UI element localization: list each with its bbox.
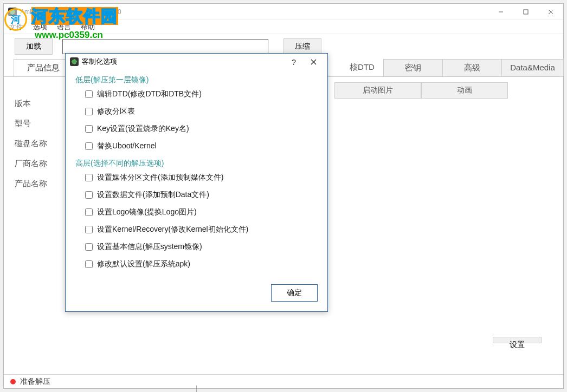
chk-label: 替换Uboot/Kernel (97, 141, 157, 151)
chk-label: 设置Logo镜像(提换Logo图片) (97, 207, 197, 217)
sub-tab-boot-image[interactable]: 启动图片 (334, 82, 421, 99)
chk-label: 设置Kernel/Recovery(修改Kernel初始化文件) (97, 225, 248, 234)
tab-kernel-dtd[interactable]: 核DTD (340, 59, 384, 76)
chk-label: 编辑DTD(修改DTD和DTB文件) (97, 89, 202, 99)
app-icon (8, 8, 17, 16)
svg-rect-1 (524, 10, 528, 14)
chk-key-settings[interactable]: Key设置(设置烧录的Key名) (85, 124, 318, 134)
titlebar: Amlogic CustomizationTool v2.0.10 (4, 4, 563, 20)
customization-dialog: 客制化选项 ? 低层(解压第一层镜像) 编辑DTD(修改DTD和DTB文件) 修… (65, 53, 328, 312)
form-labels: 版本 型号 磁盘名称 厂商名称 产品名称 (15, 99, 47, 189)
menu-language[interactable]: 语言 (57, 22, 71, 32)
checkbox[interactable] (85, 208, 93, 216)
chk-data-files[interactable]: 设置数据文件(添加预制Data文件) (85, 190, 318, 200)
checkbox[interactable] (85, 191, 93, 199)
group-low-label: 低层(解压第一层镜像) (75, 75, 318, 85)
window-title: Amlogic CustomizationTool v2.0.10 (20, 8, 121, 16)
chk-media-partition[interactable]: 设置媒体分区文件(添加预制媒体文件) (85, 173, 318, 182)
chk-edit-dtd[interactable]: 编辑DTD(修改DTD和DTB文件) (85, 89, 318, 99)
path-input[interactable] (63, 40, 268, 54)
label-model: 型号 (15, 119, 47, 129)
tab-product-info[interactable]: 产品信息 (14, 59, 73, 76)
status-bar: 准备解压 (4, 374, 563, 388)
tab-key[interactable]: 密钥 (383, 59, 443, 76)
dialog-help-button[interactable]: ? (284, 54, 304, 69)
status-indicator-icon (10, 379, 16, 384)
dialog-title: 客制化选项 (82, 57, 117, 67)
label-version: 版本 (15, 99, 47, 109)
compress-button[interactable]: 压缩 (284, 38, 321, 55)
checkbox[interactable] (85, 174, 93, 181)
path-input-wrapper (62, 39, 268, 54)
chk-label: 设置数据文件(添加预制Data文件) (97, 190, 209, 200)
maximize-button[interactable] (513, 4, 538, 20)
label-disk-name: 磁盘名称 (15, 139, 47, 149)
chk-default-settings[interactable]: 修改默认设置(解压系统apk) (85, 259, 318, 269)
dialog-titlebar: 客制化选项 ? (66, 54, 327, 70)
group-high-label: 高层(选择不同的解压选项) (75, 159, 318, 168)
checkbox[interactable] (85, 243, 93, 251)
sub-tabs: 启动图片 动画 (334, 82, 508, 99)
chk-replace-uboot[interactable]: 替换Uboot/Kernel (85, 141, 318, 151)
close-button[interactable] (538, 4, 563, 20)
chk-label: 设置基本信息(解压system镜像) (97, 242, 202, 252)
menu-help[interactable]: 帮助 (81, 22, 95, 32)
dialog-app-icon (70, 57, 79, 66)
load-button[interactable]: 加载 (15, 38, 53, 55)
checkbox[interactable] (85, 142, 93, 150)
menubar: 文件 选项 语言 帮助 (4, 20, 563, 34)
status-text: 准备解压 (20, 377, 50, 387)
minimize-button[interactable] (488, 4, 513, 20)
sub-tab-animation[interactable]: 动画 (421, 82, 508, 99)
dialog-body: 低层(解压第一层镜像) 编辑DTD(修改DTD和DTB文件) 修改分区表 Key… (66, 70, 327, 280)
menu-file[interactable]: 文件 (9, 22, 23, 32)
menu-options[interactable]: 选项 (33, 22, 47, 32)
checkbox[interactable] (85, 90, 93, 98)
checkbox[interactable] (85, 125, 93, 133)
dialog-ok-button[interactable]: 确定 (271, 284, 318, 302)
chk-label: 设置媒体分区文件(添加预制媒体文件) (97, 173, 223, 182)
chk-label: 修改分区表 (97, 107, 135, 116)
chk-label: 修改默认设置(解压系统apk) (97, 259, 190, 269)
checkbox[interactable] (85, 260, 93, 268)
chk-basic-info[interactable]: 设置基本信息(解压system镜像) (85, 242, 318, 252)
chk-kernel-recovery[interactable]: 设置Kernel/Recovery(修改Kernel初始化文件) (85, 225, 318, 234)
chk-label: Key设置(设置烧录的Key名) (97, 124, 189, 134)
dialog-close-button[interactable] (304, 54, 323, 69)
tab-advanced[interactable]: 高级 (442, 59, 502, 76)
chk-logo-image[interactable]: 设置Logo镜像(提换Logo图片) (85, 207, 318, 217)
tab-data-media[interactable]: Data&Media (501, 59, 564, 76)
settings-button[interactable]: 设置 (493, 337, 542, 343)
checkbox[interactable] (85, 108, 93, 115)
chk-modify-partition[interactable]: 修改分区表 (85, 107, 318, 116)
checkbox[interactable] (85, 226, 93, 233)
label-vendor: 厂商名称 (15, 159, 47, 169)
label-product: 产品名称 (15, 179, 47, 189)
